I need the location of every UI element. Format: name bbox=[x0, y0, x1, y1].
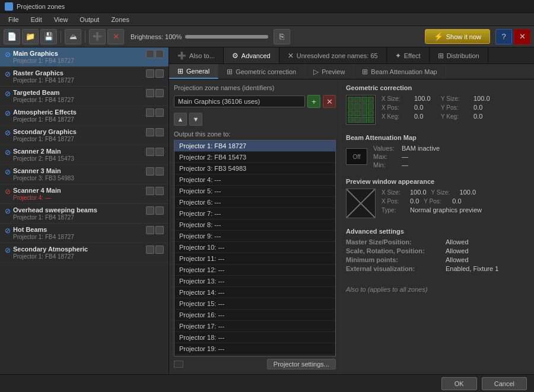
projector-list[interactable]: Projector 1: FB4 18727Projector 2: FB4 1… bbox=[174, 140, 336, 356]
projector-list-item[interactable]: Projector 8: --- bbox=[174, 219, 335, 231]
save-button[interactable]: 💾 bbox=[40, 29, 57, 44]
geo-cell bbox=[361, 110, 367, 116]
projector-list-item[interactable]: Projector 15: --- bbox=[174, 298, 335, 310]
sec-tab-icon: ⊞ bbox=[362, 68, 368, 76]
zone-item[interactable]: ⊘ Main Graphics Projector 1: FB4 18727 bbox=[0, 47, 169, 67]
projector-list-item[interactable]: Projector 9: --- bbox=[174, 231, 335, 242]
prev-ysize-value: 100.0 bbox=[460, 189, 476, 196]
zone-checkbox-2[interactable] bbox=[155, 226, 164, 234]
add-button[interactable]: ➕ bbox=[89, 29, 106, 44]
sec-tab-1[interactable]: ⊞Geometric correction bbox=[218, 64, 305, 79]
projector-list-item[interactable]: Projector 14: --- bbox=[174, 287, 335, 298]
zone-checkbox-2[interactable] bbox=[155, 50, 164, 58]
projector-list-item[interactable]: Projector 13: --- bbox=[174, 276, 335, 287]
sec-tab-0[interactable]: ⊞General bbox=[169, 64, 218, 79]
zone-item[interactable]: ⊘ Hot Beams Projector 1: FB4 18727 bbox=[0, 224, 169, 243]
move-up-button[interactable]: ▲ bbox=[174, 113, 187, 126]
sec-tab-2[interactable]: ▷Preview bbox=[305, 64, 354, 79]
zone-checkbox-2[interactable] bbox=[155, 69, 164, 78]
projector-list-item[interactable]: Projector 20: --- bbox=[174, 355, 335, 356]
zone-check-icon: ⊘ bbox=[5, 70, 11, 78]
copy-button[interactable]: ⎘ bbox=[274, 29, 290, 44]
projector-list-item[interactable]: Projector 7: --- bbox=[174, 208, 335, 219]
brightness-slider[interactable] bbox=[185, 35, 268, 39]
menu-edit[interactable]: Edit bbox=[25, 15, 48, 24]
projector-list-item[interactable]: Projector 2: FB4 15473 bbox=[174, 152, 335, 163]
zone-item[interactable]: ⊘ Scanner 2 Main Projector 2: FB4 15473 bbox=[0, 145, 169, 165]
top-tab-4[interactable]: ⊞Distribution bbox=[430, 47, 488, 63]
projector-list-item[interactable]: Projector 5: --- bbox=[174, 186, 335, 197]
zone-check-icon: ⊘ bbox=[5, 129, 11, 137]
projector-list-item[interactable]: Projector 17: --- bbox=[174, 321, 335, 332]
ok-button[interactable]: OK bbox=[441, 377, 477, 390]
brightness-label: Brightness: 100% bbox=[131, 33, 182, 40]
projector-list-item[interactable]: Projector 11: --- bbox=[174, 253, 335, 264]
zone-checkbox-1[interactable] bbox=[146, 167, 154, 176]
menu-zones[interactable]: Zones bbox=[105, 15, 135, 24]
projector-list-item[interactable]: Projector 19: --- bbox=[174, 343, 335, 355]
zone-checkbox-2[interactable] bbox=[155, 148, 164, 156]
zone-item[interactable]: ⊘ Secondary Atmospheric Projector 1: FB4… bbox=[0, 243, 169, 263]
zone-checkbox-1[interactable] bbox=[146, 109, 154, 117]
cancel-button[interactable]: Cancel bbox=[482, 377, 527, 390]
zone-checkbox-2[interactable] bbox=[155, 187, 164, 195]
help-button[interactable]: ? bbox=[495, 29, 512, 44]
zone-item[interactable]: ⊘ Scanner 4 Main Projector 4: — bbox=[0, 184, 169, 204]
zone-checkbox-1[interactable] bbox=[146, 69, 154, 78]
projector-settings-button[interactable]: Projector settings... bbox=[267, 359, 336, 369]
zone-checkbox-1[interactable] bbox=[146, 226, 154, 234]
add-zone-button[interactable]: ⛰ bbox=[65, 29, 81, 44]
zone-checkbox-1[interactable] bbox=[146, 206, 154, 215]
new-button[interactable]: 📄 bbox=[4, 29, 20, 44]
zone-item[interactable]: ⊘ Atmospheric Effects Projector 1: FB4 1… bbox=[0, 106, 169, 126]
projector-list-item[interactable]: Projector 4: --- bbox=[174, 174, 335, 186]
show-it-now-button[interactable]: ⚡ Show it now bbox=[425, 29, 490, 44]
projector-list-item[interactable]: Projector 10: --- bbox=[174, 242, 335, 253]
zone-sub-label: Projector 3: FB3 54983 bbox=[13, 175, 74, 181]
zone-checkbox-2[interactable] bbox=[155, 89, 164, 97]
zone-checkbox-2[interactable] bbox=[155, 109, 164, 117]
menu-view[interactable]: View bbox=[48, 15, 74, 24]
zone-checkbox-1[interactable] bbox=[146, 246, 154, 254]
zone-item[interactable]: ⊘ Targeted Beam Projector 1: FB4 18727 bbox=[0, 87, 169, 106]
top-tab-2[interactable]: ✕Unresolved zone names: 65 bbox=[279, 47, 387, 63]
top-tab-1[interactable]: ⚙Advanced bbox=[224, 47, 279, 63]
projector-list-item[interactable]: Projector 16: --- bbox=[174, 310, 335, 321]
zone-checkbox-1[interactable] bbox=[146, 148, 154, 156]
zone-checkbox-1[interactable] bbox=[146, 128, 154, 136]
zone-item[interactable]: ⊘ Overhead sweeping beams Projector 1: F… bbox=[0, 204, 169, 224]
zone-item-left: ⊘ Hot Beams Projector 1: FB4 18727 bbox=[5, 226, 74, 240]
zone-checkbox-2[interactable] bbox=[155, 206, 164, 215]
zone-item-left: ⊘ Secondary Graphics Projector 1: FB4 18… bbox=[5, 128, 77, 142]
projector-list-item[interactable]: Projector 1: FB4 18727 bbox=[174, 141, 335, 152]
sec-tab-3[interactable]: ⊞Beam Attenuation Map bbox=[354, 64, 446, 79]
window-title: Projection zones bbox=[17, 3, 65, 10]
menu-file[interactable]: File bbox=[2, 15, 25, 24]
add-name-button[interactable]: + bbox=[307, 95, 320, 108]
zone-item[interactable]: ⊘ Secondary Graphics Projector 1: FB4 18… bbox=[0, 126, 169, 145]
menu-output[interactable]: Output bbox=[74, 15, 105, 24]
zone-checkbox-2[interactable] bbox=[155, 246, 164, 254]
close-button[interactable]: ✕ bbox=[514, 29, 530, 44]
zone-item[interactable]: ⊘ Raster Graphics Projector 1: FB4 18727 bbox=[0, 67, 169, 87]
move-down-button[interactable]: ▼ bbox=[189, 113, 202, 126]
projector-list-item[interactable]: Projector 12: --- bbox=[174, 264, 335, 276]
zone-checkbox-2[interactable] bbox=[155, 167, 164, 176]
projector-list-item[interactable]: Projector 6: --- bbox=[174, 197, 335, 208]
remove-button[interactable]: ✕ bbox=[107, 29, 124, 44]
top-tab-3[interactable]: ✦Effect bbox=[387, 47, 430, 63]
zone-checkbox-1[interactable] bbox=[146, 187, 154, 195]
top-tab-0[interactable]: ➕Also to... bbox=[169, 47, 224, 63]
zone-item[interactable]: ⊘ Scanner 3 Main Projector 3: FB3 54983 bbox=[0, 165, 169, 184]
projector-list-item[interactable]: Projector 3: FB3 54983 bbox=[174, 163, 335, 174]
zone-checkbox-1[interactable] bbox=[146, 50, 154, 58]
zone-checkbox-2[interactable] bbox=[155, 128, 164, 136]
remove-name-button[interactable]: ✕ bbox=[323, 95, 336, 108]
separator-1 bbox=[61, 31, 61, 43]
open-button[interactable]: 📁 bbox=[22, 29, 39, 44]
zone-item-info: Scanner 2 Main Projector 2: FB4 15473 bbox=[13, 148, 74, 162]
zone-checkbox-1[interactable] bbox=[146, 89, 154, 97]
projector-list-item[interactable]: Projector 18: --- bbox=[174, 332, 335, 343]
zone-item-info: Scanner 3 Main Projector 3: FB3 54983 bbox=[13, 167, 74, 181]
zone-name-input[interactable] bbox=[174, 95, 305, 107]
